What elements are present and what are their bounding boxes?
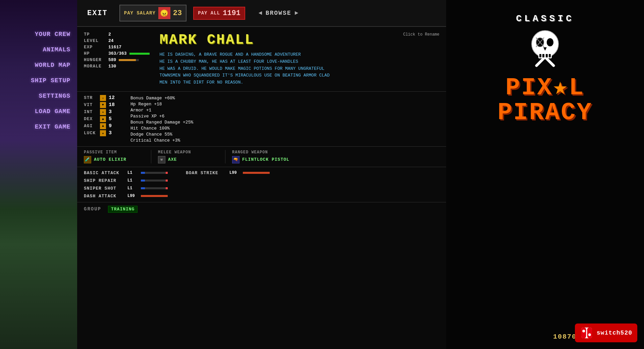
switch-badge: switch520: [575, 323, 637, 342]
character-description: HE IS DASHING, A BRAVE ROGUE AND A HANDS…: [160, 51, 361, 86]
attr-int-value: 3: [109, 109, 117, 115]
ranged-weapon-col: RANGED WEAPON 🔫 FLINTLOCK PISTOL: [232, 150, 292, 163]
attr-vit-label: VIT: [84, 102, 97, 107]
pay-all-value: 1191: [223, 9, 240, 17]
equipment-section: PASSIVE ITEM 🧪 AUTO ELIXIR MELEE WEAPON …: [77, 147, 446, 167]
group-header: GROUP TRAINING: [84, 206, 439, 213]
attr-luck-value: 3: [109, 130, 117, 136]
bonus-7: Critical Chance +3%: [130, 138, 193, 143]
passive-item-col: PASSIVE ITEM 🧪 AUTO ELIXIR: [84, 150, 144, 163]
svg-point-17: [582, 330, 585, 332]
char-desc-line1: HE IS DASHING, A BRAVE ROGUE AND A HANDS…: [160, 51, 361, 58]
skill-basic-attack[interactable]: BASIC ATTACK L1: [84, 170, 183, 176]
right-panel: CLASSIC: [446, 0, 644, 349]
browse-left-arrow[interactable]: ◄: [259, 10, 262, 16]
browse-label: BROWSE: [266, 10, 291, 16]
bonus-5: Hit Chance 100%: [130, 126, 193, 131]
character-header: TP 2 LEVEL 24 EXP 11617 HP 363/363 HU: [84, 32, 439, 86]
stat-tp-label: TP: [84, 32, 106, 37]
attr-int-row: INT ✦ 3: [84, 109, 117, 115]
classic-text: CLASSIC: [516, 13, 574, 24]
sidebar-item-world-map[interactable]: WORLD MAP: [0, 58, 77, 72]
skill-boar-strike-level: L99: [229, 170, 239, 175]
exit-button[interactable]: EXIT: [82, 6, 113, 20]
stat-exp-value: 11617: [108, 45, 121, 50]
hp-bar: [129, 53, 150, 55]
skills-section: BASIC ATTACK L1 BOAR STRIKE L99 SHIP REP…: [77, 167, 446, 202]
svg-rect-16: [587, 328, 592, 338]
stat-hp-value: 363/363: [108, 51, 127, 56]
stat-hp-row: HP 363/363: [84, 51, 150, 56]
svg-point-13: [547, 38, 553, 46]
sidebar-item-exit-game[interactable]: EXIT GAME: [0, 119, 77, 134]
stat-level-label: LEVEL: [84, 38, 106, 43]
skill-dash-attack-level: L99: [127, 194, 138, 198]
main-content-area: EXIT PAY SALARY 😠 23 PAY ALL 1191 ◄ BROW…: [77, 0, 446, 349]
skill-empty-2: [186, 186, 285, 191]
click-rename-button[interactable]: Click to Rename: [403, 32, 439, 38]
char-desc-line3: HE WAS A DRUID. HE WOULD MAKE MAGIC POTI…: [160, 65, 361, 72]
stat-morale-row: MORALE 130: [84, 64, 150, 69]
pay-salary-box[interactable]: PAY SALARY 😠 23: [119, 5, 186, 21]
skull-icon: [525, 27, 565, 76]
pay-all-label: PAY ALL: [198, 10, 220, 16]
skill-boar-strike[interactable]: BOAR STRIKE L99: [186, 170, 285, 176]
skill-dash-attack-bar: [141, 195, 168, 197]
logo-area: CLASSIC: [446, 7, 644, 133]
sidebar-item-load-game[interactable]: LOAD GAME: [0, 104, 77, 119]
vit-icon: ♥: [100, 102, 106, 108]
skill-basic-attack-level: L1: [127, 170, 138, 175]
svg-rect-8: [546, 54, 548, 57]
skill-sniper-shot-level: L1: [127, 186, 138, 191]
melee-weapon-name[interactable]: ⚒ AXE: [158, 156, 218, 163]
pay-all-box[interactable]: PAY ALL 1191: [193, 7, 245, 20]
skill-dash-attack-name: DASH ATTACK: [84, 194, 124, 199]
melee-weapon-col: MELEE WEAPON ⚒ AXE: [158, 150, 218, 163]
char-desc-line4: TOWNSMEN WHO SQUANDERED IT'S MIRACULOUS …: [160, 72, 361, 79]
attributes-section: STR ⚔ 12 VIT ♥ 18 INT ✦ 3 DEX ◆ 5 AGI ▲: [77, 92, 446, 147]
skill-sniper-shot[interactable]: SNIPER SHOT L1: [84, 186, 183, 191]
ranged-weapon-name[interactable]: 🔫 FLINTLOCK PISTOL: [232, 156, 292, 163]
sidebar-item-ship-setup[interactable]: SHIP SETUP: [0, 73, 77, 88]
svg-rect-9: [549, 54, 551, 57]
stat-hp-label: HP: [84, 51, 106, 56]
skill-ship-repair[interactable]: SHIP REPAIR L1: [84, 178, 183, 183]
passive-item-icon: 🧪: [84, 156, 91, 163]
browse-right-arrow[interactable]: ►: [294, 10, 298, 16]
stats-column: TP 2 LEVEL 24 EXP 11617 HP 363/363 HU: [84, 32, 150, 70]
sidebar-item-animals[interactable]: ANIMALS: [0, 42, 77, 57]
pay-salary-value: 23: [173, 9, 182, 17]
angry-face-icon: 😠: [158, 7, 170, 19]
svg-rect-7: [542, 54, 544, 57]
attribute-bonuses: Bonus Damage +60% Hp Regen +18 Armor +1 …: [130, 95, 193, 143]
attr-dex-value: 5: [109, 116, 117, 122]
game-world-panel: YOUR CREW ANIMALS WORLD MAP SHIP SETUP S…: [0, 0, 77, 349]
melee-weapon-header: MELEE WEAPON: [158, 150, 218, 155]
skill-ship-repair-level: L1: [127, 178, 138, 183]
attr-str-row: STR ⚔ 12: [84, 95, 117, 101]
bonus-2: Armor +1: [130, 108, 193, 113]
passive-item-name[interactable]: 🧪 AUTO ELIXIR: [84, 156, 144, 163]
stat-hunger-value: 589: [108, 57, 116, 62]
skill-dash-attack[interactable]: DASH ATTACK L99: [84, 194, 183, 199]
hunger-bar: [119, 59, 139, 61]
character-area: TP 2 LEVEL 24 EXP 11617 HP 363/363 HU: [77, 27, 446, 92]
attribute-stats: STR ⚔ 12 VIT ♥ 18 INT ✦ 3 DEX ◆ 5 AGI ▲: [84, 95, 117, 143]
skill-ship-repair-name: SHIP REPAIR: [84, 178, 124, 183]
sidebar-item-settings[interactable]: SETTINGS: [0, 89, 77, 103]
char-desc-line5: MEN INTO THE DIRT FOR NO REASON.: [160, 79, 361, 86]
stat-hunger-label: HUNGER: [84, 57, 106, 62]
ranged-weapon-header: RANGED WEAPON: [232, 150, 292, 155]
attr-luck-row: LUCK ★ 3: [84, 130, 117, 136]
skill-empty-1: [186, 178, 285, 183]
sidebar-item-your-crew[interactable]: YOUR CREW: [0, 27, 77, 42]
bonus-6: Dodge Chance 55%: [130, 132, 193, 137]
luck-icon: ★: [100, 130, 106, 136]
top-bar: EXIT PAY SALARY 😠 23 PAY ALL 1191 ◄ BROW…: [77, 0, 446, 27]
attr-agi-label: AGI: [84, 123, 97, 129]
browse-box[interactable]: ◄ BROWSE ►: [259, 10, 298, 16]
svg-rect-15: [581, 328, 586, 338]
passive-item-header: PASSIVE ITEM: [84, 150, 144, 155]
piracy-text: PIRACY: [497, 99, 592, 127]
group-section: GROUP TRAINING: [77, 202, 446, 219]
